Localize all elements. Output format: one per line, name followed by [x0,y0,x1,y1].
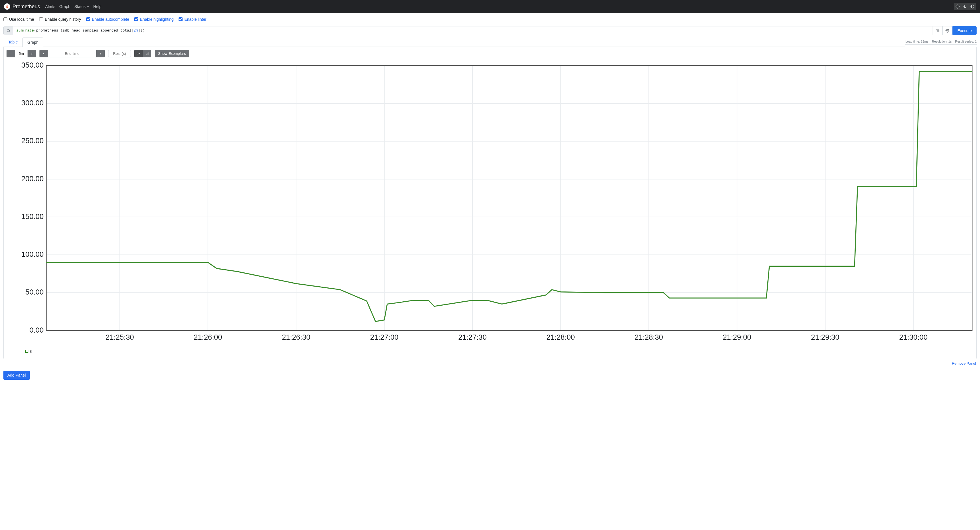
settings-theme-icon[interactable] [954,3,961,10]
legend-label: {} [30,349,32,353]
range-input[interactable] [15,50,27,57]
opt-use-local-time[interactable]: Use local time [3,17,34,22]
svg-text:100.00: 100.00 [21,250,43,258]
stacked-chart-icon[interactable] [143,50,151,57]
chart-svg: 0.0050.00100.00150.00200.00250.00300.003… [6,60,974,345]
opt-highlighting[interactable]: Enable highlighting [134,17,173,22]
prometheus-logo-icon [4,3,10,10]
metrics-explorer-icon[interactable] [942,26,952,35]
opt-autocomplete[interactable]: Enable autocomplete [86,17,129,22]
moon-theme-icon[interactable] [961,3,969,10]
query-box: sum(rate(prometheus_tsdb_head_samples_ap… [3,26,953,35]
opt-linter[interactable]: Enable linter [178,17,207,22]
checkbox-autocomplete[interactable] [86,18,90,21]
svg-text:21:25:30: 21:25:30 [106,333,134,341]
svg-line-3 [9,31,10,32]
checkbox-linter[interactable] [178,18,183,21]
checkbox-local-time[interactable] [3,18,7,21]
time-back-button[interactable] [40,50,48,57]
opt-query-history[interactable]: Enable query history [39,17,81,22]
svg-rect-38 [46,65,972,330]
navbar: Prometheus Alerts Graph Status Help [0,0,980,13]
stat-load-time: Load time: 13ms [905,40,928,43]
svg-text:21:28:00: 21:28:00 [547,333,575,341]
svg-text:50.00: 50.00 [25,288,43,296]
add-panel-button[interactable]: Add Panel [3,371,30,380]
contrast-theme-icon[interactable] [969,3,976,10]
chart-type-group [134,50,151,57]
svg-rect-11 [148,52,148,55]
end-time-group [40,50,105,57]
svg-text:21:30:00: 21:30:00 [899,333,928,341]
stat-resolution: Resolution: 1s [932,40,951,43]
svg-text:150.00: 150.00 [21,212,43,220]
resolution-input[interactable] [108,50,131,57]
add-panel-row: Add Panel [0,366,980,385]
checkbox-highlighting[interactable] [134,18,138,21]
graph-toolbar: − + Show Exemplars [6,50,974,57]
svg-text:21:26:00: 21:26:00 [194,333,222,341]
brand-label: Prometheus [13,4,40,10]
brand[interactable]: Prometheus [4,3,40,10]
svg-text:21:27:30: 21:27:30 [458,333,487,341]
query-stats: Load time: 13ms Resolution: 1s Result se… [905,40,977,45]
svg-text:21:29:00: 21:29:00 [723,333,751,341]
range-decrease-button[interactable]: − [6,50,15,57]
tab-table[interactable]: Table [3,37,22,46]
svg-text:250.00: 250.00 [21,137,43,145]
query-actions [932,26,952,35]
svg-text:0.00: 0.00 [30,326,44,334]
time-forward-button[interactable] [96,50,105,57]
nav-graph[interactable]: Graph [59,4,70,9]
legend-swatch [25,350,29,353]
svg-text:350.00: 350.00 [21,61,43,69]
line-chart-icon[interactable] [134,50,143,57]
tabs-row: Table Graph Load time: 13ms Resolution: … [0,37,980,47]
nav-status[interactable]: Status [75,4,89,9]
svg-point-2 [7,29,10,32]
svg-text:300.00: 300.00 [21,99,43,107]
search-icon [4,26,13,35]
remove-panel-link[interactable]: Remove Panel [952,361,976,366]
end-time-input[interactable] [48,50,96,57]
graph-panel: − + Show Exemplars 0.0050.00100.00150.00… [3,47,977,359]
nav-status-label: Status [75,4,86,9]
query-options: Use local time Enable query history Enab… [0,13,980,26]
svg-text:21:27:00: 21:27:00 [370,333,399,341]
theme-toggle-group [954,3,976,10]
query-row: sum(rate(prometheus_tsdb_head_samples_ap… [0,26,980,35]
svg-text:21:26:30: 21:26:30 [282,333,310,341]
remove-panel-row: Remove Panel [0,359,980,366]
chart: 0.0050.00100.00150.00200.00250.00300.003… [6,60,974,345]
chevron-down-icon [87,6,89,7]
result-tabs: Table Graph [3,37,43,47]
svg-point-0 [957,6,958,7]
svg-rect-10 [147,53,147,55]
range-increase-button[interactable]: + [27,50,36,57]
svg-text:200.00: 200.00 [21,175,43,183]
legend[interactable]: {} [25,349,974,353]
svg-rect-9 [146,54,146,55]
show-exemplars-button[interactable]: Show Exemplars [155,50,189,57]
nav-links: Alerts Graph Status Help [45,4,101,9]
nav-alerts[interactable]: Alerts [45,4,56,9]
svg-text:21:29:30: 21:29:30 [811,333,840,341]
format-query-icon[interactable] [933,26,942,35]
range-group: − + [6,50,36,57]
execute-button[interactable]: Execute [953,26,977,35]
tab-graph[interactable]: Graph [22,37,43,47]
stat-series: Result series: 1 [955,40,977,43]
expression-input[interactable]: sum(rate(prometheus_tsdb_head_samples_ap… [13,26,932,35]
nav-help[interactable]: Help [93,4,101,9]
checkbox-history[interactable] [39,18,43,21]
svg-text:21:28:30: 21:28:30 [635,333,663,341]
